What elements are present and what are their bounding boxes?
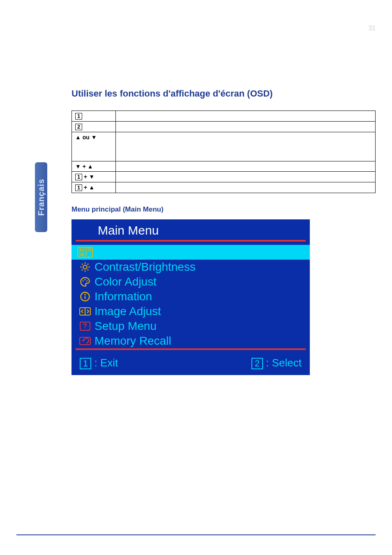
controls-desc [116,122,376,132]
osd-item-label: Color Adjust [95,275,157,288]
svg-point-10 [84,279,85,280]
osd-item-image[interactable]: Image Adjust [71,304,310,319]
palette-icon [76,276,95,288]
controls-key: 1 + ▲ [72,182,116,193]
controls-desc [116,111,376,122]
osd-divider-bottom [76,348,306,350]
sun-icon [79,261,91,273]
osd-item-label: Setup Menu [95,320,157,333]
controls-row: ▲ ou ▼ [72,132,376,161]
question-icon: ? [76,322,95,331]
controls-key: ▲ ou ▼ [72,132,116,161]
svg-line-5 [82,264,83,265]
svg-point-9 [83,280,84,281]
autoset-icon: AUTOSET [76,247,95,258]
svg-line-6 [88,269,88,270]
svg-point-11 [86,280,88,281]
page-number: 31 [368,25,376,32]
image-icon [76,306,95,316]
language-tab-label: Français [37,179,46,216]
osd-select-hint: 2 : Select [251,357,302,369]
osd-item-question[interactable]: ?Setup Menu [71,319,310,334]
image-icon [79,306,91,316]
palette-icon [79,276,91,288]
controls-row: ▼ + ▲ [72,161,376,172]
question-icon: ? [80,322,90,331]
controls-desc [116,161,376,172]
svg-line-7 [82,269,83,270]
info-icon [79,291,91,302]
footer-rule [16,534,376,535]
controls-key: ▼ + ▲ [72,161,116,172]
osd-item-label: Contrast/Brightness [95,260,196,274]
svg-point-13 [84,294,86,296]
controls-table: 12▲ ou ▼▼ + ▲1 + ▼1 + ▲ [71,111,376,193]
recall-icon [76,336,95,346]
controls-desc [116,132,376,161]
osd-item-info[interactable]: Information [71,289,310,304]
osd-item-label: Information [95,290,152,303]
svg-rect-14 [85,296,85,299]
osd-item-label: Auto Adjust [95,246,153,259]
osd-exit-hint: 1 : Exit [80,357,118,369]
svg-point-0 [83,265,87,269]
sun-icon [76,261,95,273]
svg-line-8 [88,264,88,265]
osd-exit-key: 1 [80,358,91,369]
osd-divider-top [76,240,306,242]
language-tab: Français [35,162,47,232]
osd-footer: 1 : Exit 2 : Select [71,353,310,375]
controls-row: 1 + ▼ [72,172,376,182]
osd-main-menu: Main Menu AUTOSETAuto AdjustContrast/Bri… [71,219,310,375]
controls-desc [116,182,376,193]
info-icon [76,291,95,302]
controls-key: 1 + ▼ [72,172,116,182]
osd-item-recall[interactable]: Memory Recall [71,334,310,348]
sub-title: Menu principal (Main Menu) [71,205,376,214]
controls-row: 1 [72,111,376,122]
section-title: Utiliser les fonctions d'affichage d'écr… [71,88,376,99]
osd-item-sun[interactable]: Contrast/Brightness [71,260,310,274]
controls-desc [116,172,376,182]
osd-item-autoset[interactable]: AUTOSETAuto Adjust [71,245,310,260]
controls-key: 2 [72,122,116,132]
controls-row: 1 + ▲ [72,182,376,193]
osd-item-label: Memory Recall [95,334,171,348]
osd-title: Main Menu [71,219,310,240]
osd-item-palette[interactable]: Color Adjust [71,274,310,289]
autoset-icon: AUTOSET [77,247,93,258]
osd-select-key: 2 [251,358,263,369]
controls-row: 2 [72,122,376,132]
osd-item-label: Image Adjust [95,305,161,318]
controls-key: 1 [72,111,116,122]
recall-icon [79,336,91,346]
